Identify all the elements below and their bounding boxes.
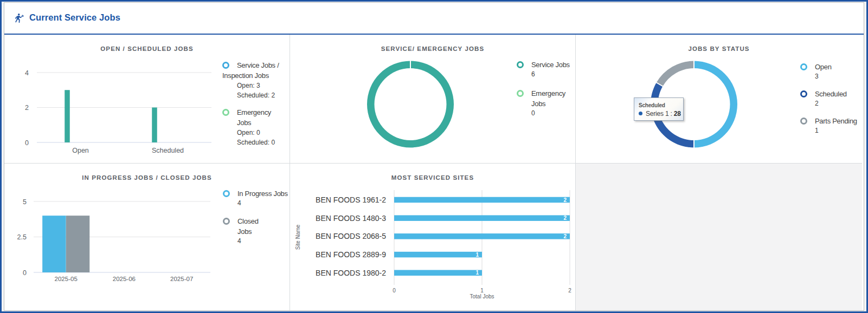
chart-tooltip: Scheduled Series 1 : 28 xyxy=(634,97,684,121)
chart-cell-open-scheduled-jobs: OPEN / SCHEDULED JOBS 024OpenScheduled S… xyxy=(4,35,290,164)
legend-label-line: Jobs xyxy=(237,118,283,128)
legend-item-parts-pending[interactable]: Parts Pending1 xyxy=(800,116,860,135)
legend-detail: Open: 0 xyxy=(237,128,283,138)
y-tick-label: 2.5 xyxy=(17,233,27,241)
legend-label-line: In Progress Jobs xyxy=(237,188,287,199)
legend-detail: Scheduled: 2 xyxy=(237,90,283,100)
inprogress-closed-jobs-legend: In Progress Jobs4ClosedJobs4 xyxy=(223,188,287,254)
x-category-label: Scheduled xyxy=(152,147,184,154)
chart-cell-inprogress-closed-jobs: IN PROGRESS JOBS / CLOSED JOBS 02.552025… xyxy=(4,164,290,310)
legend-item-service-jobs-inspection-jobs[interactable]: Service Jobs /Inspection JobsOpen: 3Sche… xyxy=(222,60,283,100)
legend-value: 4 xyxy=(237,199,287,208)
bar-BEN FOODS 1980-2[interactable] xyxy=(394,270,482,276)
legend-value: 6 xyxy=(531,70,571,79)
y-tick-label: 0 xyxy=(23,269,27,277)
slice-Service Jobs[interactable] xyxy=(367,61,410,148)
jobs-by-status-legend: Open3Scheduled2Parts Pending1 xyxy=(800,62,860,143)
legend-detail: Scheduled: 0 xyxy=(237,138,283,147)
y-category-label: BEN FOODS 1961-2 xyxy=(316,195,386,204)
legend-label-line: Scheduled xyxy=(815,89,860,99)
y-category-label: BEN FOODS 1980-2 xyxy=(316,269,386,277)
current-service-jobs-panel: Current Service Jobs OPEN / SCHEDULED JO… xyxy=(0,0,868,313)
chart-cell-jobs-by-status: JOBS BY STATUS Scheduled Series 1 : 28 O… xyxy=(576,35,862,164)
legend-value: 2 xyxy=(815,99,860,108)
legend-marker-ring xyxy=(517,61,524,68)
legend-value: 4 xyxy=(237,237,287,246)
y-axis-title: Site Name xyxy=(295,224,301,250)
legend-label-line: Open xyxy=(815,62,860,72)
x-tick-label: 0 xyxy=(393,288,396,294)
legend-value: 1 xyxy=(815,126,860,135)
bar-BEN FOODS 2068-5[interactable] xyxy=(394,233,570,239)
y-tick-label: 4 xyxy=(25,69,29,77)
legend-label-line: Parts Pending xyxy=(815,116,860,126)
technician-walking-icon xyxy=(15,14,24,23)
legend-item-emergency-jobs[interactable]: EmergencyJobs0 xyxy=(517,88,571,118)
legend-label-line: Service Jobs xyxy=(531,60,571,70)
tooltip-series-marker xyxy=(639,112,642,115)
y-tick-label: 5 xyxy=(23,198,27,206)
legend-marker-ring xyxy=(223,218,230,225)
legend-marker-ring xyxy=(222,109,229,116)
x-category-label: 2025-05 xyxy=(55,276,78,282)
bar-BEN FOODS 2889-9[interactable] xyxy=(394,252,482,258)
legend-detail: Open: 3 xyxy=(237,81,283,90)
legend-label-line: Emergency xyxy=(237,107,283,118)
legend-item-closed-jobs[interactable]: ClosedJobs4 xyxy=(223,216,287,246)
panel-title: Current Service Jobs xyxy=(29,12,120,23)
legend-item-service-jobs[interactable]: Service Jobs6 xyxy=(517,60,571,79)
legend-label-line: Jobs xyxy=(531,99,571,109)
chart-cell-most-serviced-sites: MOST SERVICED SITES 012BEN FOODS 1961-22… xyxy=(290,164,576,310)
bar-2025-05-0[interactable] xyxy=(42,216,66,272)
legend-marker-ring xyxy=(800,63,807,70)
legend-marker-ring xyxy=(222,62,229,69)
legend-label-line: Jobs xyxy=(237,226,287,237)
bar-Open-0[interactable] xyxy=(65,90,70,142)
bar-BEN FOODS 1480-3[interactable] xyxy=(394,215,570,221)
bar-value-label: 1 xyxy=(475,252,479,258)
tooltip-argument: Scheduled xyxy=(639,102,679,108)
legend-marker-ring xyxy=(223,190,230,197)
chart-cell-service-emergency-jobs: SERVICE/ EMERGENCY JOBS Service Jobs6Eme… xyxy=(290,35,576,164)
x-tick-label: 2 xyxy=(568,288,571,294)
service-emergency-jobs-legend: Service Jobs6EmergencyJobs0 xyxy=(517,60,571,127)
legend-label-line: Service Jobs / xyxy=(237,60,283,70)
open-scheduled-jobs-legend: Service Jobs /Inspection JobsOpen: 3Sche… xyxy=(222,60,283,154)
y-category-label: BEN FOODS 2068-5 xyxy=(316,232,386,240)
panel-inner: Current Service Jobs OPEN / SCHEDULED JO… xyxy=(4,2,864,311)
legend-value: 3 xyxy=(815,72,860,81)
slice-Parts Pending[interactable] xyxy=(657,61,694,87)
y-tick-label: 2 xyxy=(25,104,29,112)
slice-Open[interactable] xyxy=(694,61,737,148)
bar-BEN FOODS 1961-2[interactable] xyxy=(394,197,570,203)
x-category-label: Open xyxy=(72,147,89,154)
y-tick-label: 0 xyxy=(25,139,29,147)
legend-marker-ring xyxy=(800,118,807,125)
legend-label-line: Closed xyxy=(237,216,287,226)
legend-label-line: Inspection Jobs xyxy=(222,70,283,81)
legend-item-emergency-jobs[interactable]: EmergencyJobsOpen: 0Scheduled: 0 xyxy=(222,107,283,147)
legend-marker-ring xyxy=(800,90,807,97)
legend-item-open[interactable]: Open3 xyxy=(800,62,860,81)
legend-marker-ring xyxy=(517,90,524,97)
bar-2025-05-1[interactable] xyxy=(66,216,90,272)
bar-value-label: 2 xyxy=(563,233,567,239)
y-category-label: BEN FOODS 1480-3 xyxy=(316,214,386,223)
bar-value-label: 2 xyxy=(563,215,567,221)
tooltip-value: 28 xyxy=(674,110,681,118)
charts-grid: OPEN / SCHEDULED JOBS 024OpenScheduled S… xyxy=(4,35,864,310)
tooltip-series-label: Series 1 : xyxy=(646,110,672,118)
legend-label-line: Emergency xyxy=(531,88,571,99)
legend-item-scheduled[interactable]: Scheduled2 xyxy=(800,89,860,108)
slice-Service Jobs[interactable] xyxy=(410,61,454,148)
x-tick-label: 1 xyxy=(480,288,484,294)
y-category-label: BEN FOODS 2889-9 xyxy=(316,250,386,259)
legend-item-in-progress-jobs[interactable]: In Progress Jobs4 xyxy=(223,188,287,208)
x-category-label: 2025-07 xyxy=(170,276,193,282)
legend-value: 0 xyxy=(531,109,571,118)
x-category-label: 2025-06 xyxy=(113,276,136,282)
bar-value-label: 2 xyxy=(563,197,567,203)
tooltip-series-row: Series 1 : 28 xyxy=(639,110,679,118)
bar-Scheduled-0[interactable] xyxy=(152,108,157,143)
panel-header: Current Service Jobs xyxy=(4,3,864,35)
